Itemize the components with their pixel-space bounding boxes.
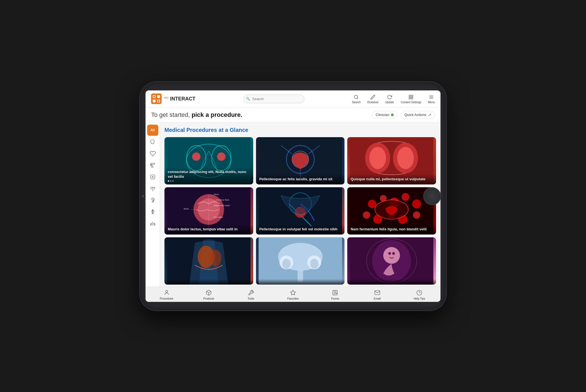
svg-point-21 bbox=[152, 209, 153, 210]
colon-icon bbox=[150, 174, 156, 180]
nav-search[interactable]: Search bbox=[352, 94, 361, 104]
forms-label: Forms bbox=[331, 297, 339, 300]
search-input-wrap: 🔍 bbox=[243, 95, 304, 103]
sidebar-item-uterus[interactable] bbox=[147, 183, 158, 194]
svg-text:Brain: Brain bbox=[184, 208, 189, 210]
person-icon bbox=[163, 289, 170, 296]
all-label: All bbox=[151, 128, 155, 132]
svg-text:Pia mater: Pia mater bbox=[214, 216, 223, 218]
top-nav: PRO INTERACT 🔍 Search bbox=[146, 90, 440, 108]
bottom-nav-tools[interactable]: Tools bbox=[241, 289, 261, 300]
favorites-label: Favorites bbox=[287, 297, 299, 300]
svg-rect-9 bbox=[409, 95, 410, 97]
stomach-icon bbox=[150, 139, 156, 145]
uterus-icon bbox=[150, 186, 156, 192]
logo-area: PRO INTERACT bbox=[151, 93, 195, 104]
svg-rect-2 bbox=[157, 95, 160, 98]
lungs-icon bbox=[150, 221, 156, 227]
fetal-illustration bbox=[347, 237, 436, 285]
svg-point-27 bbox=[217, 152, 225, 161]
procedure-card-1[interactable]: consectetur adipiscing elit, Nulla molli… bbox=[164, 137, 253, 184]
card-title-2: Pellentesque ac felis iaculis, gravida m… bbox=[259, 177, 341, 182]
heart-icon bbox=[150, 151, 156, 157]
svg-rect-10 bbox=[412, 95, 413, 97]
main-content: Medical Procedures at a Glance bbox=[160, 122, 440, 287]
svg-point-7 bbox=[354, 95, 358, 98]
card-overlay-4: Mauris dolor lectus, tempus vitae velit … bbox=[164, 224, 253, 235]
hip-illustration bbox=[256, 237, 345, 285]
sidebar-item-intestine[interactable] bbox=[147, 160, 158, 171]
sidebar-item-all[interactable]: All bbox=[147, 125, 158, 136]
procedure-card-2[interactable]: Pellentesque ac felis iaculis, gravida m… bbox=[256, 137, 345, 184]
procedure-label: Procedutre bbox=[160, 297, 173, 300]
app-name: PRO INTERACT bbox=[164, 96, 195, 102]
bottom-nav-forms[interactable]: Forms bbox=[325, 289, 345, 300]
bottom-nav-email[interactable]: Email bbox=[368, 289, 387, 300]
card-overlay-2: Pellentesque ac felis iaculis, gravida m… bbox=[256, 174, 345, 184]
card-overlay-6: Nam fermentum felis ligula, non blandit … bbox=[347, 224, 436, 235]
title-bold: pick a procedure. bbox=[192, 111, 242, 118]
bottom-nav-favorites[interactable]: Favorites bbox=[283, 289, 303, 300]
svg-point-71 bbox=[282, 259, 290, 269]
bottom-nav-helptips[interactable]: Help Tips bbox=[410, 289, 429, 300]
nav-menu[interactable]: Menu bbox=[428, 94, 435, 104]
subheader: To get started, pick a procedure. Clinic… bbox=[146, 108, 440, 122]
svg-rect-5 bbox=[153, 96, 155, 97]
svg-point-63 bbox=[413, 211, 420, 219]
svg-point-57 bbox=[402, 193, 410, 201]
card-overlay-3: Quisque nulla mi, pellentesque ut vulput… bbox=[347, 174, 436, 184]
svg-line-8 bbox=[357, 98, 358, 99]
intestine-icon bbox=[150, 162, 156, 168]
svg-point-78 bbox=[392, 252, 395, 255]
sidebar-item-colon[interactable] bbox=[147, 171, 158, 183]
svg-text:Arachnoid mater: Arachnoid mater bbox=[214, 204, 230, 207]
nav-content-settings-label: Content Settings bbox=[401, 101, 421, 104]
sidebar-item-ear[interactable] bbox=[147, 195, 158, 206]
nav-update-label: Update bbox=[385, 101, 394, 104]
clinician-badge[interactable]: Clinician bbox=[372, 111, 397, 119]
svg-rect-0 bbox=[151, 93, 162, 104]
nav-drawtool[interactable]: Drawtool bbox=[367, 94, 378, 104]
sidebar-item-heart[interactable] bbox=[147, 148, 158, 159]
svg-point-36 bbox=[397, 147, 414, 169]
procedure-card-4[interactable]: Skull Cerebral fluid Brain Arachnoid mat… bbox=[164, 187, 253, 235]
procedure-card-7[interactable] bbox=[164, 237, 253, 285]
pencil-icon bbox=[370, 94, 376, 100]
quick-actions-label: Quick Actions bbox=[404, 113, 426, 117]
section-title: Medical Procedures at a Glance bbox=[164, 127, 436, 133]
products-label: Products bbox=[203, 297, 214, 300]
nav-content-settings[interactable]: Content Settings bbox=[401, 94, 421, 104]
quick-actions-button[interactable]: Quick Actions ↗ bbox=[401, 111, 435, 119]
procedure-card-8[interactable] bbox=[256, 237, 345, 285]
left-sidebar: All bbox=[146, 122, 160, 287]
procedure-card-5[interactable]: Pellentesque in volutpat feli vel molest… bbox=[256, 187, 345, 235]
procedure-card-9[interactable] bbox=[347, 237, 436, 285]
svg-text:Skull: Skull bbox=[214, 193, 219, 196]
nav-actions: Search Drawtool Up bbox=[352, 94, 435, 104]
sidebar-item-lungs[interactable] bbox=[147, 218, 158, 229]
svg-point-34 bbox=[370, 147, 386, 169]
sidebar-item-skeleton[interactable] bbox=[147, 206, 158, 218]
card-overlay-1: consectetur adipiscing elit, Nulla molli… bbox=[164, 167, 253, 184]
card-overlay-9 bbox=[347, 279, 436, 285]
card-overlay-8 bbox=[256, 279, 345, 285]
procedure-card-3[interactable]: Quisque nulla mi, pellentesque ut vulput… bbox=[347, 137, 436, 184]
svg-rect-6 bbox=[158, 100, 159, 102]
bottom-nav-procedure[interactable]: Procedutre bbox=[157, 289, 176, 300]
sidebar-item-stomach[interactable] bbox=[147, 136, 158, 147]
search-input[interactable] bbox=[243, 95, 304, 103]
nav-search-label: Search bbox=[352, 101, 361, 104]
svg-point-77 bbox=[388, 252, 391, 255]
svg-rect-3 bbox=[153, 100, 156, 102]
bottom-nav-products[interactable]: Products bbox=[199, 289, 218, 300]
ear-icon bbox=[150, 197, 156, 203]
nav-update[interactable]: Update bbox=[385, 94, 394, 104]
svg-point-88 bbox=[417, 290, 422, 295]
card-overlay-5: Pellentesque in volutpat feli vel molest… bbox=[256, 224, 345, 235]
svg-point-76 bbox=[383, 247, 400, 264]
card-title-6: Nam fermentum felis ligula, non blandit … bbox=[351, 227, 433, 232]
procedure-card-6[interactable]: Nam fermentum felis ligula, non blandit … bbox=[347, 187, 436, 235]
form-icon bbox=[331, 289, 339, 296]
content-area: All bbox=[146, 122, 440, 287]
skeleton-icon bbox=[150, 209, 156, 215]
